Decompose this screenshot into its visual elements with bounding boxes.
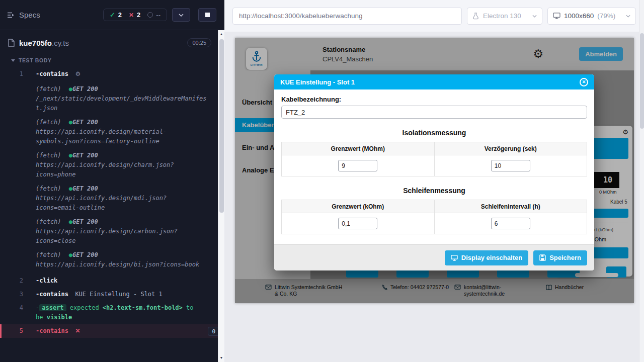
status-dot-icon: ● <box>69 251 72 258</box>
modal-footer: Display einschalten Speichern <box>274 244 594 270</box>
browser-selector[interactable]: Electron 130 <box>467 8 542 25</box>
display-icon <box>451 255 458 261</box>
fetch-url: https://api.iconify.design/material-symb… <box>36 128 167 145</box>
command-argument: KUE Einstellung - Slot 1 <box>75 291 162 298</box>
aut-toolbar: http://localhost:3000/kabelueberwachung … <box>224 0 644 32</box>
fetch-status: GET 200 <box>72 251 98 258</box>
command-row-contains-failed[interactable]: 5 -contains ✕ 0 <box>0 324 224 338</box>
table-cell <box>282 155 435 176</box>
spec-header[interactable]: kue705fo.cy.ts 00:25 <box>0 30 224 52</box>
spec-name: kue705fo.cy.ts <box>19 39 69 47</box>
aut-stage: LITTWIN Stationsname CPLV4_Maschen ⚙ Abm… <box>224 32 644 362</box>
command-name: -click <box>36 277 57 284</box>
fetch-url: /_next/static/development/_devMiddleware… <box>36 95 207 112</box>
aut-panel: http://localhost:3000/kabelueberwachung … <box>224 0 644 362</box>
scroll-up-icon[interactable]: ▲ <box>218 31 224 38</box>
fetch-label: (fetch) <box>36 218 61 225</box>
close-icon[interactable]: ✕ <box>580 78 588 86</box>
command-row-assert[interactable]: 4 -assert expected <h2.text-sm.font-bold… <box>0 301 224 324</box>
command-number: 1 <box>0 69 31 79</box>
cable-designation-input[interactable] <box>281 106 587 119</box>
loop-limit-input[interactable] <box>338 218 377 229</box>
spec-file-icon <box>8 39 15 47</box>
reporter-scrollbar[interactable]: ▲ ▼ <box>218 30 224 362</box>
viewport-size: 1000x660 <box>564 12 594 20</box>
url-bar[interactable]: http://localhost:3000/kabelueberwachung <box>232 8 462 25</box>
save-floppy-icon <box>539 254 546 261</box>
status-dot-icon: ● <box>69 185 72 192</box>
pending-count: -- <box>156 11 160 19</box>
fetch-label: (fetch) <box>36 152 61 159</box>
fetch-url: https://api.iconify.design/charm.json?ic… <box>36 161 174 178</box>
modal-title: KUE Einstellung - Slot 1 <box>280 78 355 86</box>
iso-delay-input[interactable] <box>491 160 530 171</box>
assert-expected: expected <box>70 304 99 311</box>
app-under-test: LITTWIN Stationsname CPLV4_Maschen ⚙ Abm… <box>235 38 634 303</box>
collapse-button[interactable] <box>172 8 190 22</box>
fetch-log-entry[interactable]: (fetch) ●GET 200 https://api.iconify.des… <box>36 250 208 269</box>
scroll-down-icon[interactable]: ▼ <box>218 354 224 361</box>
fetch-url: https://api.iconify.design/bi.json?icons… <box>36 261 199 268</box>
command-name: -contains <box>36 70 68 77</box>
chevron-down-icon <box>532 15 537 18</box>
fetch-log-entry[interactable]: (fetch) ●GET 200 https://api.iconify.des… <box>36 217 208 246</box>
command-number: 2 <box>0 276 31 286</box>
table-cell <box>282 213 435 234</box>
status-dot-icon: ● <box>69 119 72 126</box>
viewport-selector[interactable]: 1000x660 (79%) <box>547 8 636 25</box>
fail-cross-icon: ✕ <box>75 327 80 334</box>
fetch-log-entry[interactable]: (fetch) ●GET 200 /_next/static/developme… <box>36 84 208 113</box>
scrollbar-thumb[interactable] <box>219 39 224 213</box>
modal-body: Kabelbezeichnung: Isolationsmessung Gren… <box>274 89 594 234</box>
test-body-label: TEST BODY <box>19 57 52 63</box>
table-cell <box>434 155 587 176</box>
chevron-down-icon <box>626 15 630 18</box>
fetch-log-entry[interactable]: (fetch) ●GET 200 https://api.iconify.des… <box>36 118 208 146</box>
column-header: Schleifenintervall (h) <box>434 200 587 213</box>
fetch-status: GET 200 <box>72 218 98 225</box>
stop-icon <box>205 13 210 17</box>
display-on-label: Display einschalten <box>461 254 522 261</box>
fetch-label: (fetch) <box>36 119 61 126</box>
column-header: Verzögerung (sek) <box>434 142 587 155</box>
fetch-log-entry[interactable]: (fetch) ●GET 200 https://api.iconify.des… <box>36 151 208 179</box>
stat-pending: -- <box>147 11 160 19</box>
spec-extension: .cy.ts <box>52 39 69 47</box>
browser-label: Electron 130 <box>483 12 521 20</box>
command-name: -contains <box>36 291 68 298</box>
reporter-header: Specs ✓ 2 ✕ 2 -- <box>0 0 224 30</box>
flask-icon <box>472 13 479 20</box>
specs-menu[interactable]: Specs <box>7 11 40 19</box>
fetch-status: GET 200 <box>72 152 98 159</box>
fetch-url: https://api.iconify.design/mdi.json?icon… <box>36 195 167 211</box>
modal-titlebar: KUE Einstellung - Slot 1 ✕ <box>274 74 594 89</box>
stop-run-button[interactable] <box>198 8 216 22</box>
page-scrollbar[interactable] <box>639 0 644 362</box>
iso-limit-input[interactable] <box>338 160 377 171</box>
isolation-heading: Isolationsmessung <box>281 129 587 137</box>
chevron-down-icon <box>179 14 184 17</box>
command-row-contains-2[interactable]: 3 -contains KUE Einstellung - Slot 1 <box>0 288 224 301</box>
gear-icon: ⚙ <box>75 70 80 77</box>
page-scrollbar-thumb[interactable] <box>640 33 644 129</box>
command-row-contains-1[interactable]: 1 -contains ⚙ <box>0 67 224 81</box>
command-row-click[interactable]: 2 -click <box>0 274 224 288</box>
stat-passed: ✓ 2 <box>110 11 122 19</box>
caret-down-icon <box>11 59 15 62</box>
command-number: 4 <box>0 303 31 313</box>
kue-settings-modal: KUE Einstellung - Slot 1 ✕ Kabelbezeichn… <box>274 74 594 270</box>
assert-state: visible <box>47 314 72 321</box>
test-body-section[interactable]: TEST BODY <box>0 52 224 67</box>
status-dot-icon: ● <box>69 85 72 93</box>
save-button[interactable]: Speichern <box>533 250 587 265</box>
stat-failed: ✕ 2 <box>129 11 140 19</box>
fetch-log-entry[interactable]: (fetch) ●GET 200 https://api.iconify.des… <box>36 184 208 213</box>
loop-interval-input[interactable] <box>491 218 530 229</box>
command-number: 3 <box>0 290 31 299</box>
cross-icon: ✕ <box>129 12 134 19</box>
display-on-button[interactable]: Display einschalten <box>445 250 528 265</box>
assert-target: <h2.text-sm.font-bold> <box>103 304 183 311</box>
fetch-status: GET 200 <box>72 185 98 192</box>
save-label: Speichern <box>549 254 581 261</box>
loop-table: Grenzwert (kOhm) Schleifenintervall (h) <box>281 200 587 234</box>
